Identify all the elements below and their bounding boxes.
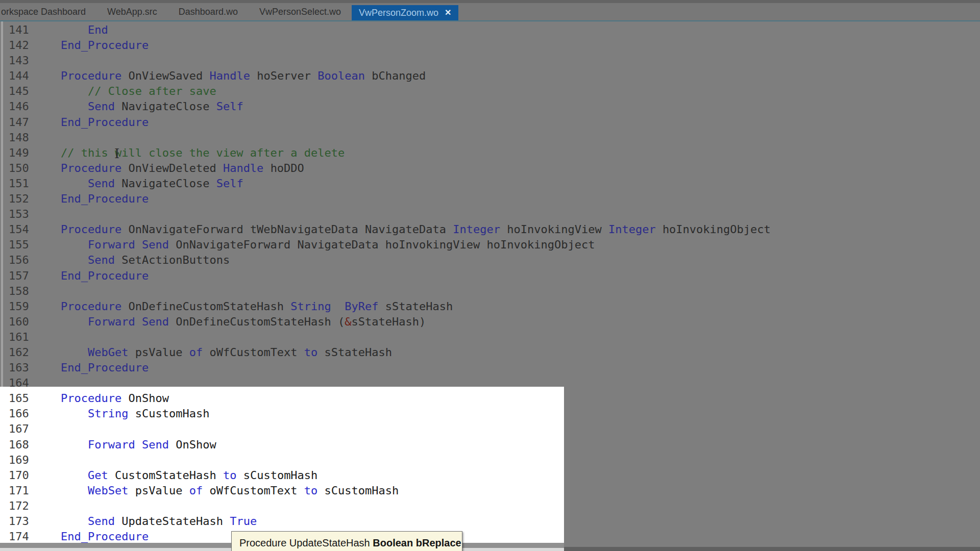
- code-editor[interactable]: 141 End142 End_Procedure143144 Procedure…: [0, 21, 980, 551]
- line-number: 143: [0, 53, 34, 68]
- code-line[interactable]: 167: [0, 421, 980, 437]
- line-number: 166: [0, 406, 34, 421]
- line-number: 147: [0, 115, 34, 130]
- ide-window: { "tab_bar": { "tabs": [ {"label": "orks…: [0, 0, 980, 551]
- code-line[interactable]: 149 // this will close the view after a …: [0, 145, 980, 161]
- code-line[interactable]: 156 Send SetActionButtons: [0, 253, 980, 268]
- code-line[interactable]: 157 End_Procedure: [0, 268, 980, 284]
- code-text: WebSet psValue of oWfCustomText to sCust…: [34, 483, 399, 498]
- line-number: 145: [0, 84, 34, 99]
- code-line[interactable]: 146 Send NavigateClose Self: [0, 99, 980, 114]
- code-text: End_Procedure: [34, 529, 149, 544]
- line-number: 156: [0, 253, 34, 268]
- tooltip-text-normal: Procedure UpdateStateHash: [239, 537, 373, 548]
- code-line[interactable]: 145 // Close after save: [0, 84, 980, 99]
- code-text: Get CustomStateHash to sCustomHash: [34, 468, 317, 483]
- code-text: WebGet psValue of oWfCustomText to sStat…: [34, 345, 392, 360]
- code-line[interactable]: 166 String sCustomHash: [0, 406, 980, 421]
- tab[interactable]: WebApp.src: [96, 3, 168, 20]
- line-number: 168: [0, 437, 34, 453]
- line-number: 150: [0, 161, 34, 176]
- tab-label: VwPersonSelect.wo: [259, 7, 341, 17]
- code-line[interactable]: 168 Forward Send OnShow: [0, 437, 980, 453]
- tab-label: orkspace Dashboard: [1, 7, 86, 17]
- code-text: // this will close the view after a dele…: [34, 145, 345, 161]
- line-number: 151: [0, 176, 34, 191]
- line-number: 164: [0, 375, 34, 391]
- tab-label: VwPersonZoom.wo: [359, 8, 438, 18]
- code-line[interactable]: 164: [0, 375, 980, 391]
- code-line[interactable]: 153: [0, 207, 980, 222]
- line-number: 142: [0, 38, 34, 53]
- tab-label: Dashboard.wo: [179, 7, 238, 17]
- tab-active[interactable]: VwPersonZoom.wo✕: [352, 5, 458, 20]
- code-line[interactable]: 152 End_Procedure: [0, 191, 980, 207]
- code-line[interactable]: 170 Get CustomStateHash to sCustomHash: [0, 468, 980, 483]
- code-line[interactable]: 171 WebSet psValue of oWfCustomText to s…: [0, 483, 980, 498]
- code-line[interactable]: 142 End_Procedure: [0, 38, 980, 53]
- line-number: 170: [0, 468, 34, 483]
- code-text: Forward Send OnDefineCustomStateHash (&s…: [34, 314, 426, 330]
- line-number: 172: [0, 498, 34, 514]
- code-text: End_Procedure: [34, 191, 149, 207]
- line-number: 141: [0, 22, 34, 38]
- code-line[interactable]: 162 WebGet psValue of oWfCustomText to s…: [0, 345, 980, 360]
- tab[interactable]: orkspace Dashboard: [0, 3, 96, 20]
- line-number: 162: [0, 345, 34, 360]
- code-line[interactable]: 160 Forward Send OnDefineCustomStateHash…: [0, 314, 980, 330]
- code-line[interactable]: 169: [0, 453, 980, 468]
- scrollbar-edge-dimmed: [564, 547, 980, 551]
- line-number: 165: [0, 391, 34, 406]
- line-number: 144: [0, 68, 34, 84]
- line-number: 146: [0, 99, 34, 114]
- code-line[interactable]: 163 End_Procedure: [0, 360, 980, 375]
- code-line[interactable]: 155 Forward Send OnNavigateForward Navig…: [0, 237, 980, 253]
- code-line[interactable]: 158: [0, 284, 980, 299]
- code-line[interactable]: 161: [0, 330, 980, 345]
- code-lines: 141 End142 End_Procedure143144 Procedure…: [0, 22, 980, 544]
- tab-label: WebApp.src: [107, 7, 157, 17]
- line-number: 160: [0, 314, 34, 330]
- code-line[interactable]: 144 Procedure OnViewSaved Handle hoServe…: [0, 68, 980, 84]
- code-text: Procedure OnViewSaved Handle hoServer Bo…: [34, 68, 426, 84]
- close-icon[interactable]: ✕: [445, 9, 451, 17]
- line-number: 154: [0, 222, 34, 237]
- code-text: End_Procedure: [34, 268, 149, 284]
- code-text: String sCustomHash: [34, 406, 209, 421]
- code-text: // Close after save: [34, 84, 216, 99]
- code-text: End: [34, 22, 108, 38]
- text-cursor-icon: I: [114, 147, 119, 160]
- code-text: Send NavigateClose Self: [34, 176, 243, 191]
- line-number: 149: [0, 145, 34, 161]
- code-line[interactable]: 151 Send NavigateClose Self: [0, 176, 980, 191]
- tab[interactable]: Dashboard.wo: [168, 3, 249, 20]
- code-line[interactable]: 154 Procedure OnNavigateForward tWebNavi…: [0, 222, 980, 237]
- line-number: 167: [0, 421, 34, 437]
- code-text: Procedure OnShow: [34, 391, 169, 406]
- code-text: Forward Send OnNavigateForward NavigateD…: [34, 237, 595, 253]
- code-text: Procedure OnViewDeleted Handle hoDDO: [34, 161, 304, 176]
- line-number: 173: [0, 514, 34, 529]
- code-line[interactable]: 147 End_Procedure: [0, 115, 980, 130]
- line-number: 148: [0, 130, 34, 145]
- code-line[interactable]: 174 End_Procedure: [0, 529, 980, 544]
- code-text: Send SetActionButtons: [34, 253, 230, 268]
- code-line[interactable]: 172: [0, 498, 980, 514]
- code-line[interactable]: 150 Procedure OnViewDeleted Handle hoDDO: [0, 161, 980, 176]
- code-text: Forward Send OnShow: [34, 437, 216, 453]
- code-line[interactable]: 159 Procedure OnDefineCustomStateHash St…: [0, 299, 980, 314]
- tab[interactable]: VwPersonSelect.wo: [249, 3, 352, 20]
- code-text: Send UpdateStateHash True: [34, 514, 257, 529]
- code-line[interactable]: 173 Send UpdateStateHash True: [0, 514, 980, 529]
- code-line[interactable]: 141 End: [0, 22, 980, 38]
- code-line[interactable]: 148: [0, 130, 980, 145]
- code-text: End_Procedure: [34, 360, 149, 375]
- code-text: End_Procedure: [34, 115, 149, 130]
- code-line[interactable]: 165 Procedure OnShow: [0, 391, 980, 406]
- tooltip-text-bold: Boolean bReplace: [373, 537, 461, 548]
- code-line[interactable]: 143: [0, 53, 980, 68]
- line-number: 157: [0, 268, 34, 284]
- line-number: 153: [0, 207, 34, 222]
- line-number: 169: [0, 453, 34, 468]
- line-number: 174: [0, 529, 34, 544]
